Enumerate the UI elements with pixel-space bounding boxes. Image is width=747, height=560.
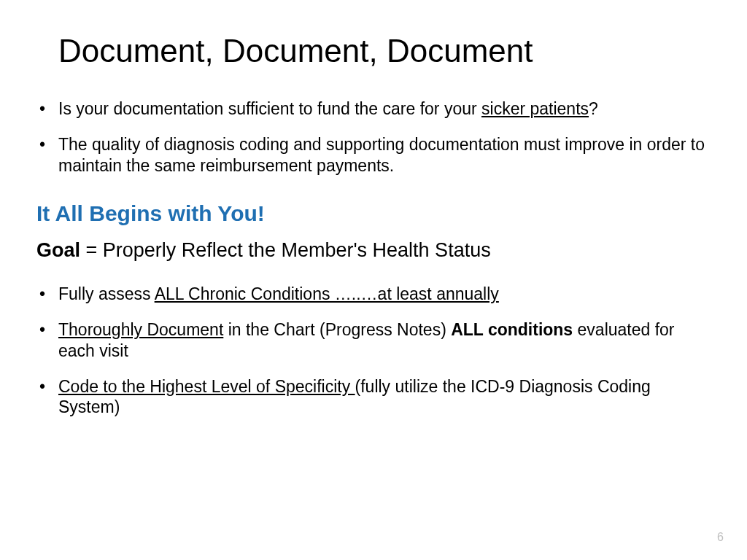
bullet-item: • The quality of diagnosis coding and su… <box>36 134 711 176</box>
bullet-dot: • <box>36 284 58 305</box>
bottom-bullets: • Fully assess ALL Chronic Conditions ….… <box>36 284 711 418</box>
page-number: 6 <box>717 531 724 544</box>
top-bullets: • Is your documentation sufficient to fu… <box>36 98 711 176</box>
bullet-dot: • <box>36 376 58 397</box>
goal-line: Goal = Properly Reflect the Member's Hea… <box>36 239 711 262</box>
bullet-text: Fully assess ALL Chronic Conditions …..…… <box>58 284 711 305</box>
bullet-item: • Code to the Highest Level of Specifici… <box>36 376 711 419</box>
bullet-text: The quality of diagnosis coding and supp… <box>58 134 711 176</box>
bullet-dot: • <box>36 134 58 155</box>
bullet-item: • Fully assess ALL Chronic Conditions ….… <box>36 284 711 305</box>
bullet-text: Is your documentation sufficient to fund… <box>58 98 711 120</box>
bullet-dot: • <box>36 319 58 341</box>
bullet-text: Code to the Highest Level of Specificity… <box>58 376 711 419</box>
bullet-text: Thoroughly Document in the Chart (Progre… <box>58 319 711 362</box>
bullet-item: • Thoroughly Document in the Chart (Prog… <box>36 319 711 362</box>
bullet-item: • Is your documentation sufficient to fu… <box>36 98 711 120</box>
subheading: It All Begins with You! <box>36 201 711 226</box>
slide-title: Document, Document, Document <box>58 33 711 69</box>
bullet-dot: • <box>36 98 58 120</box>
